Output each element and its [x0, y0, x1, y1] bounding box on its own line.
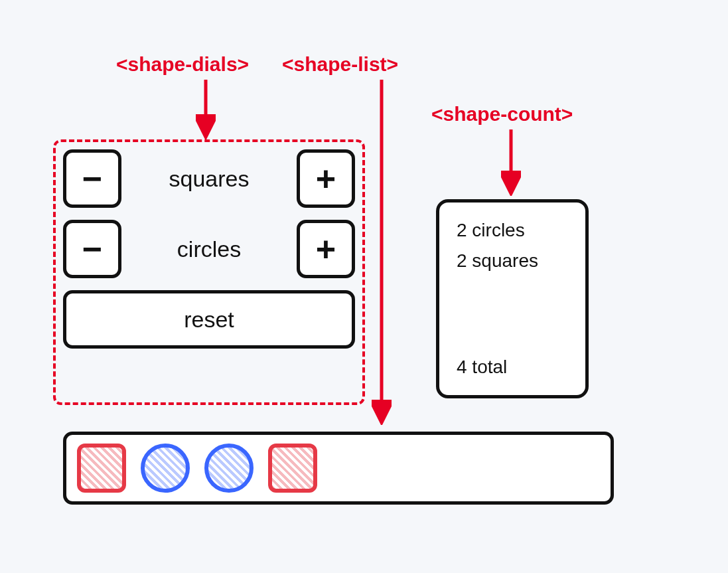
shape-circle — [141, 444, 190, 493]
reset-button[interactable]: reset — [63, 290, 355, 349]
dial-label-squares: squares — [121, 166, 297, 192]
increment-squares-button[interactable]: + — [297, 149, 355, 208]
plus-icon: + — [316, 159, 336, 199]
reset-label: reset — [184, 307, 234, 333]
arrow-to-dials — [196, 80, 216, 139]
minus-icon: − — [82, 159, 102, 199]
count-total: 4 total — [457, 357, 568, 378]
shape-square — [268, 444, 317, 493]
shape-square — [77, 444, 126, 493]
dial-row-circles: − circles + — [63, 220, 355, 278]
minus-icon: − — [82, 229, 102, 269]
annotation-shape-dials: <shape-dials> — [116, 53, 249, 76]
count-line-circles: 2 circles — [457, 220, 568, 241]
dial-row-squares: − squares + — [63, 149, 355, 208]
decrement-circles-button[interactable]: − — [63, 220, 121, 278]
shape-count: 2 circles 2 squares 4 total — [436, 199, 589, 398]
annotation-shape-list: <shape-list> — [282, 53, 398, 76]
arrow-to-count — [501, 129, 521, 196]
dial-label-circles: circles — [121, 236, 297, 262]
arrow-to-list — [372, 80, 392, 425]
decrement-squares-button[interactable]: − — [63, 149, 121, 208]
increment-circles-button[interactable]: + — [297, 220, 355, 278]
shape-circle — [204, 444, 254, 493]
shape-list — [63, 432, 614, 505]
annotation-shape-count: <shape-count> — [431, 103, 573, 125]
plus-icon: + — [316, 229, 336, 269]
count-line-squares: 2 squares — [457, 250, 568, 272]
shape-dials: − squares + − circles + reset — [63, 149, 355, 349]
